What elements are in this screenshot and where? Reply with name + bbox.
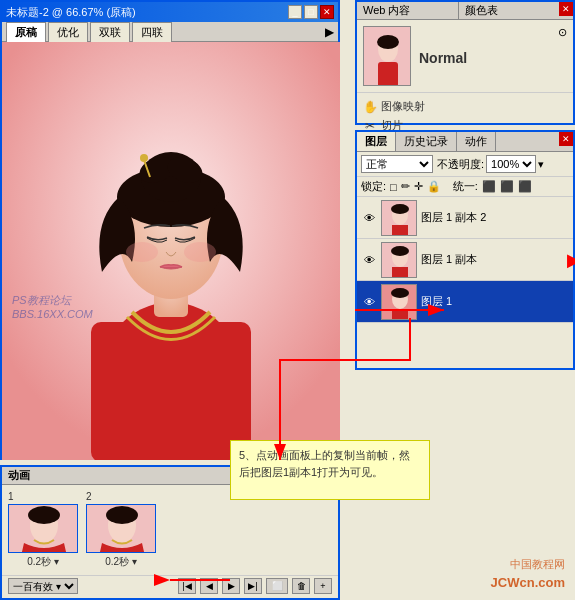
tooltip-box: 5、点动画面板上的复制当前帧，然后把图层1副本1打开为可见。 <box>230 440 430 500</box>
layer-name-copy2: 图层 1 副本 2 <box>421 210 569 225</box>
web-panel-header: Web 内容 颜色表 ✕ <box>357 2 573 20</box>
tab-original[interactable]: 原稿 <box>6 22 46 42</box>
image-window: 未标题-2 @ 66.67% (原稿) _ □ ✕ 原稿 优化 双联 四联 ▶ <box>0 0 340 460</box>
painting-watermark: PS教程论坛BBS.16XX.COM <box>12 293 93 320</box>
delete-frame-button[interactable]: 🗑 <box>292 578 310 594</box>
svg-rect-20 <box>392 225 408 236</box>
layer-eye-copy2[interactable]: 👁 <box>361 210 377 226</box>
image-window-titlebar: 未标题-2 @ 66.67% (原稿) _ □ ✕ <box>2 2 338 22</box>
watermark-english: JCWcn.com <box>491 575 565 590</box>
close-button[interactable]: ✕ <box>320 5 334 19</box>
tooltip-text: 5、点动画面板上的复制当前帧，然后把图层1副本1打开为可见。 <box>239 449 410 478</box>
web-content-panel: Web 内容 颜色表 ✕ Normal ⊙ ✋ 图像映射 ✂ 切片 <box>355 0 575 125</box>
minimize-button[interactable]: _ <box>288 5 302 19</box>
blend-mode-select[interactable]: 正常 <box>361 155 433 173</box>
color-table-tab[interactable]: 颜色表 <box>459 2 560 19</box>
copy-frame-button[interactable]: ⬜ <box>266 578 288 594</box>
layer-eye-1[interactable]: 👁 <box>361 294 377 310</box>
next-frame-button[interactable]: ▶| <box>244 578 262 594</box>
frame-2-thumb <box>86 504 156 553</box>
tab-quad[interactable]: 四联 <box>132 22 172 42</box>
lock-transparent-icon[interactable]: □ <box>390 181 397 193</box>
svg-rect-2 <box>91 322 251 460</box>
anim-frame-1[interactable]: 1 0.2秒 ▾ <box>8 491 78 569</box>
frame-1-time[interactable]: 0.2秒 ▾ <box>27 555 59 569</box>
unify-style-icon[interactable]: ⬛ <box>518 180 532 193</box>
layers-tab[interactable]: 图层 <box>357 132 396 151</box>
svg-point-9 <box>126 242 158 262</box>
layer-row-copy1[interactable]: 👁 图层 1 副本 ▶ <box>357 239 573 281</box>
layers-blend-row: 正常 不透明度: 100% ▾ <box>357 152 573 177</box>
normal-label: Normal <box>419 46 467 66</box>
svg-rect-24 <box>392 267 408 278</box>
red-arrow-layer: ▶ <box>567 249 575 271</box>
web-content-body: Normal ⊙ <box>357 20 573 93</box>
image-map-item[interactable]: ✋ 图像映射 <box>363 97 567 116</box>
play-button[interactable]: ▶ <box>222 578 240 594</box>
web-content-tab[interactable]: Web 内容 <box>357 2 459 19</box>
frame-2-time[interactable]: 0.2秒 ▾ <box>105 555 137 569</box>
opacity-arrow[interactable]: ▾ <box>538 158 544 171</box>
layers-panel-close[interactable]: ✕ <box>559 132 573 146</box>
tab-dual[interactable]: 双联 <box>90 22 130 42</box>
opacity-select[interactable]: 100% <box>486 155 536 173</box>
svg-rect-16 <box>378 62 398 86</box>
loop-select[interactable]: 一百有效 ▾ <box>8 578 78 594</box>
unify-pos-icon[interactable]: ⬛ <box>482 180 496 193</box>
svg-point-12 <box>140 154 148 162</box>
layer-eye-copy1[interactable]: 👁 <box>361 252 377 268</box>
svg-point-31 <box>28 506 60 524</box>
prev-frame-button[interactable]: ◀ <box>200 578 218 594</box>
lock-move-icon[interactable]: ✛ <box>414 180 423 193</box>
layers-panel-tabs: 图层 历史记录 动作 ✕ <box>357 132 573 152</box>
layer-row-1[interactable]: 👁 图层 1 <box>357 281 573 323</box>
web-options-icon[interactable]: ⊙ <box>558 26 567 86</box>
hand-icon: ✋ <box>363 100 377 114</box>
web-panel-close[interactable]: ✕ <box>559 2 573 16</box>
unify-vis-icon[interactable]: ⬛ <box>500 180 514 193</box>
frame-2-number: 2 <box>86 491 156 502</box>
layer-thumb-copy2 <box>381 200 417 236</box>
svg-point-19 <box>391 204 409 214</box>
history-tab[interactable]: 历史记录 <box>396 132 457 151</box>
animation-title: 动画 <box>8 468 30 483</box>
svg-point-34 <box>106 506 138 524</box>
actions-tab[interactable]: 动作 <box>457 132 496 151</box>
svg-rect-28 <box>392 309 408 320</box>
first-frame-button[interactable]: |◀ <box>178 578 196 594</box>
painting-area: PS教程论坛BBS.16XX.COM <box>2 42 340 460</box>
animation-controls: 一百有效 ▾ |◀ ◀ ▶ ▶| ⬜ 🗑 + <box>2 575 338 596</box>
anim-frame-2[interactable]: 2 0.2秒 ▾ <box>86 491 156 569</box>
figure-svg <box>2 42 340 460</box>
layer-name-1: 图层 1 <box>421 294 569 309</box>
svg-point-15 <box>377 35 399 49</box>
image-tabs: 原稿 优化 双联 四联 ▶ <box>2 22 338 42</box>
tab-optimize[interactable]: 优化 <box>48 22 88 42</box>
layer-thumb-copy1 <box>381 242 417 278</box>
layers-panel: 图层 历史记录 动作 ✕ 正常 不透明度: 100% ▾ 锁定: □ ✏ ✛ 🔒… <box>355 130 575 370</box>
web-thumbnail <box>363 26 411 86</box>
layer-thumb-1 <box>381 284 417 320</box>
layers-lock-row: 锁定: □ ✏ ✛ 🔒 统一: ⬛ ⬛ ⬛ <box>357 177 573 197</box>
frame-1-number: 1 <box>8 491 78 502</box>
web-normal-section: Normal <box>419 26 467 86</box>
layer-row-copy2[interactable]: 👁 图层 1 副本 2 <box>357 197 573 239</box>
svg-point-10 <box>184 242 216 262</box>
window-title: 未标题-2 @ 66.67% (原稿) <box>6 5 136 20</box>
tab-menu-button[interactable]: ▶ <box>325 25 334 39</box>
opacity-control: 不透明度: 100% ▾ <box>437 155 569 173</box>
frame-1-thumb <box>8 504 78 553</box>
maximize-button[interactable]: □ <box>304 5 318 19</box>
svg-point-27 <box>391 288 409 298</box>
watermark-chinese: 中国教程网 <box>510 557 565 572</box>
lock-all-icon[interactable]: 🔒 <box>427 180 441 193</box>
window-controls: _ □ ✕ <box>288 5 334 19</box>
layer-name-copy1: 图层 1 副本 <box>421 252 569 267</box>
svg-point-23 <box>391 246 409 256</box>
lock-paint-icon[interactable]: ✏ <box>401 180 410 193</box>
new-frame-button[interactable]: + <box>314 578 332 594</box>
